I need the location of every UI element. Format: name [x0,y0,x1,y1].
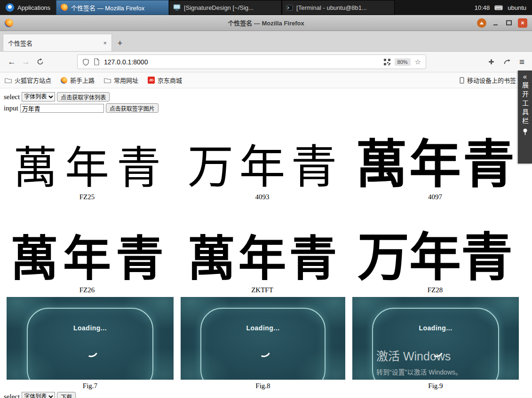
signature-image-fz28: 万年青 [357,232,513,283]
bookmark-label: 火狐官方站点 [15,76,51,85]
bookmarks-toolbar: 火狐官方站点 新手上路 常用网址 JD 京东商城 移动设备上的书签 [0,72,532,88]
url-text[interactable]: 127.0.0.1:8000 [104,58,148,66]
maximize-button[interactable] [504,18,514,28]
new-tab-button[interactable]: + [112,35,128,51]
collapsed-toolbar-strip[interactable]: « 展开工具栏 [518,70,532,164]
bookmark-getting-started[interactable]: 新手上路 [61,76,95,85]
qr-code-icon[interactable] [384,59,390,65]
page-content: select 字体列表 点击获取字体列表 input 点击获取签字图片 萬年青 … [0,88,532,398]
folder-icon [104,78,111,83]
tab-close-icon[interactable]: × [103,39,107,47]
fetch-signature-image-button[interactable]: 点击获取签字图片 [106,103,159,113]
figure-cell: Loading... Fig.9 [352,297,519,390]
signature-image-4097: 萬年青 [356,139,516,190]
select-label: select [4,393,20,398]
signature-image-4093: 万年青 [187,144,342,190]
bookmark-folder-official[interactable]: 火狐官方站点 [5,76,51,85]
applications-label: Applications [17,4,50,11]
figure-caption: Fig.9 [428,382,443,390]
firefox-icon [60,4,68,11]
restore-arrow-icon[interactable] [503,59,511,65]
pin-icon[interactable] [522,128,528,136]
back-button[interactable]: ← [5,55,19,69]
url-bar[interactable]: 127.0.0.1:8000 80% ☆ [77,55,426,69]
collapse-chevrons-icon[interactable]: « [523,73,527,80]
toolbar-right-icons: ≡ [488,57,527,67]
input-label: input [4,104,18,112]
keyboard-icon[interactable] [494,5,503,10]
signature-caption: ZKTFT [251,286,273,294]
loading-placeholder-image: Loading... [181,297,345,380]
signature-caption: 4097 [428,193,442,201]
font-select[interactable]: 字体列表 [22,92,55,101]
menu-hamburger-icon[interactable]: ≡ [519,57,524,67]
taskbar-window-label: 个性签名 — Mozilla Firefox [71,3,144,12]
applications-menu-icon [6,3,14,12]
bookmark-folder-common[interactable]: 常用网址 [104,76,138,85]
signature-cell: 萬年青 FZ26 [0,201,174,294]
taskbar-status-area: 10:48 ubuntu [469,0,532,15]
bookmark-mobile-bookmarks[interactable]: 移动设备上的书签 [460,76,527,85]
jd-icon: JD [148,77,155,84]
close-button[interactable]: × [518,18,527,28]
up-arrow-icon [480,22,484,24]
zoom-level-badge[interactable]: 80% [395,58,411,66]
figure-cell: Loading... Fig.7 [7,297,174,390]
minimize-button[interactable] [491,18,500,28]
window-controls: × [477,18,527,28]
signature-cell: 萬年青 4097 [350,114,520,201]
tab-active[interactable]: 个性签名 × [3,34,112,51]
font-select-row: select 字体列表 点击获取字体列表 [0,91,532,102]
minimize-icon [493,24,498,25]
bookmark-label: 新手上路 [70,76,95,85]
bookmark-star-icon[interactable]: ☆ [415,58,421,66]
taskbar-window-signaturedesign[interactable]: [SignatureDesign [~/Sig... [169,0,282,15]
bookmark-label: 京东商城 [158,76,182,85]
tab-title: 个性签名 [8,39,99,47]
signature-caption: FZ26 [79,286,95,294]
figure-cell: Loading... Fig.8 [181,297,345,390]
firefox-icon [61,77,67,84]
expand-toolbar-label: 展开工具栏 [520,82,530,126]
bookmark-label: 移动设备上的书签 [467,76,516,85]
window-titlebar: 个性签名 — Mozilla Firefox × [0,15,532,31]
bottom-font-select-row: select 字体列表 下载 [4,392,532,398]
extension-icon[interactable] [488,58,495,65]
signature-caption: FZ25 [79,193,95,201]
mobile-device-icon [460,77,464,84]
forward-button[interactable]: → [19,55,33,69]
signature-grid: 萬年青 FZ25 万年青 4093 萬年青 4097 萬年青 FZ26 萬年青 … [0,114,520,294]
signature-image-fz26: 萬年青 [10,235,168,283]
window-title: 个性签名 — Mozilla Firefox [0,18,532,27]
signature-image-zktft: 萬年青 [188,235,340,283]
figure-caption: Fig.8 [255,382,270,390]
loading-placeholder-image: Loading... [352,297,519,380]
loading-text: Loading... [352,324,519,332]
signature-cell: 萬年青 ZKTFT [174,201,350,294]
download-button[interactable]: 下载 [57,392,76,398]
bookmark-label: 常用网址 [114,76,138,85]
loading-placeholder-image: Loading... [7,297,174,380]
reload-button[interactable] [33,55,47,69]
tracking-protection-shield-icon[interactable] [82,58,89,66]
bookmark-jd[interactable]: JD 京东商城 [148,76,182,85]
taskbar-window-label: [Terminal - ubuntu@8b1... [296,4,367,11]
signature-cell: 万年青 4093 [174,114,350,201]
code-editor-icon [173,4,181,11]
maximize-icon [506,20,512,25]
clock: 10:48 [475,4,490,11]
site-info-icon[interactable] [94,58,100,65]
taskbar-window-firefox[interactable]: 个性签名 — Mozilla Firefox [56,0,169,15]
loading-text: Loading... [7,324,174,332]
signature-cell: 万年青 FZ28 [350,201,520,294]
taskbar-window-terminal[interactable]: [Terminal - ubuntu@8b1... [282,0,395,15]
signature-caption: FZ28 [428,286,443,294]
select-label: select [4,93,20,101]
shade-button[interactable] [477,18,486,28]
bottom-font-select[interactable]: 字体列表 [22,392,55,398]
fetch-font-list-button[interactable]: 点击获取字体列表 [57,92,110,101]
signature-image-fz25: 萬年青 [13,146,168,190]
applications-menu[interactable]: Applications [0,0,56,15]
signature-text-input[interactable] [20,104,104,113]
loading-figure-grid: Loading... Fig.7 Loading... Fig.8 Loadin… [7,297,532,390]
